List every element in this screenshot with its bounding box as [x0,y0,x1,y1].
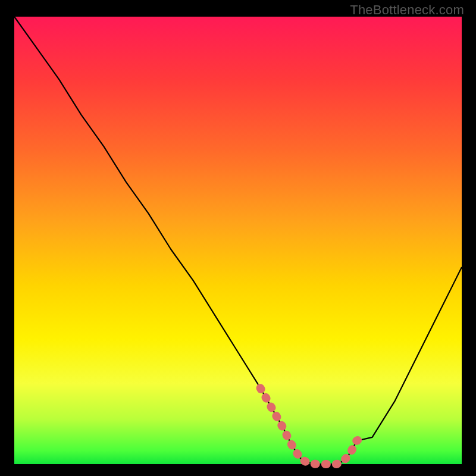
curve-line [14,17,462,464]
plot-area [14,17,462,464]
watermark-text: TheBottleneck.com [350,2,464,18]
chart-frame: TheBottleneck.com [0,0,476,476]
bottleneck-curve [14,17,462,464]
curve-highlight [261,388,364,464]
